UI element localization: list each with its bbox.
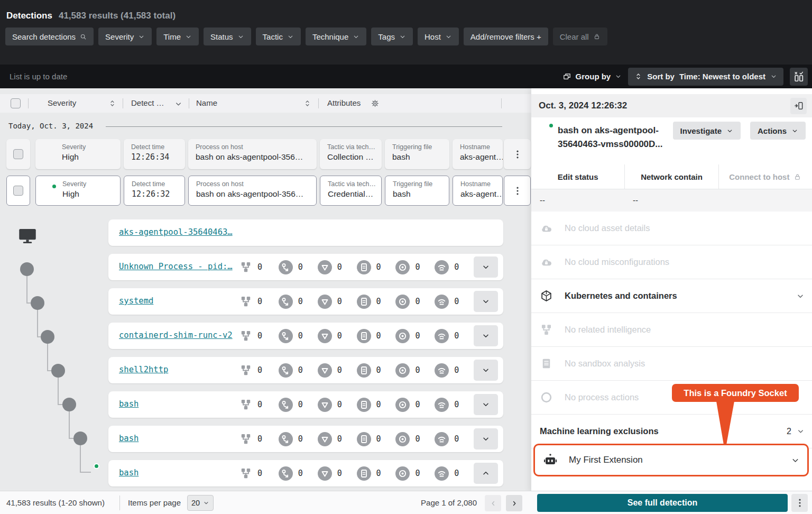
- bottom-menu-button[interactable]: [791, 494, 808, 512]
- detection-node-hexagon[interactable]: [84, 465, 98, 479]
- chevron-down-icon: [791, 127, 798, 134]
- row-menu-button[interactable]: [504, 176, 531, 206]
- expand-row-button[interactable]: [474, 291, 498, 312]
- filter-label: Host: [425, 32, 441, 41]
- process-node[interactable]: [20, 262, 34, 276]
- process-row[interactable]: systemd 0 0 0 0 0 0: [108, 288, 503, 315]
- column-name[interactable]: Name: [196, 98, 217, 107]
- triangle-icon: [318, 295, 332, 309]
- see-full-detection-button[interactable]: See full detection: [537, 494, 788, 512]
- foundry-extension-section[interactable]: My First Extension: [533, 444, 809, 476]
- host-row[interactable]: aks-agentpool-35640463…: [108, 219, 503, 246]
- count-value: 0: [376, 365, 381, 375]
- filter-status[interactable]: Status: [204, 27, 251, 45]
- gear-icon[interactable]: [371, 99, 380, 108]
- triggering-file-card[interactable]: Triggering file bash: [385, 176, 449, 206]
- process-row[interactable]: bash 0 0 0 0 0 0: [108, 391, 503, 418]
- attribute-strip: 0 0 0 0 0 0: [239, 394, 498, 415]
- column-detect[interactable]: Detect …: [131, 98, 164, 107]
- section-label: No process actions: [565, 392, 639, 402]
- document-icon: [357, 466, 371, 481]
- filter-technique[interactable]: Technique: [306, 27, 366, 45]
- process-link[interactable]: bash: [119, 434, 139, 443]
- filter-tactic[interactable]: Tactic: [256, 27, 301, 45]
- count-value: 0: [257, 262, 262, 272]
- network-icon: [435, 432, 449, 446]
- tab-connect-to-host[interactable]: Connect to host: [719, 164, 812, 189]
- previous-page-button[interactable]: [485, 495, 501, 511]
- add-remove-filters-button[interactable]: Add/remove filters +: [464, 27, 548, 45]
- section-label: No cloud asset details: [565, 223, 650, 233]
- section-kubernetes[interactable]: Kubernetes and containers: [531, 279, 812, 313]
- process-row[interactable]: containerd-shim-runc-v2 0 0 0 0 0 0: [108, 323, 503, 349]
- filter-time[interactable]: Time: [156, 27, 199, 45]
- row-menu-button[interactable]: [504, 139, 531, 169]
- process-link[interactable]: systemd: [119, 296, 153, 306]
- count-value: 0: [415, 400, 420, 409]
- group-by-button[interactable]: Group by: [562, 72, 622, 81]
- process-row[interactable]: bash 0 0 0 0 0 0: [108, 426, 503, 452]
- chevron-down-icon[interactable]: [797, 427, 805, 435]
- process-node[interactable]: [73, 432, 87, 445]
- collapse-row-button[interactable]: [474, 463, 498, 484]
- tactic-card[interactable]: Tactic via tech… Credential…: [320, 176, 382, 206]
- process-link[interactable]: Unknown Process - pid:…: [119, 262, 233, 271]
- chevron-down-icon[interactable]: [796, 292, 805, 300]
- filter-bar: Search detections Severity Time Status T…: [0, 21, 812, 45]
- process-link[interactable]: shell2http: [119, 365, 168, 374]
- filter-host[interactable]: Host: [418, 27, 459, 45]
- chevron-down-icon[interactable]: [174, 100, 182, 108]
- process-row[interactable]: bash 0 0 0 0 0 0: [108, 460, 503, 487]
- count-value: 0: [454, 262, 459, 272]
- count-value: 0: [298, 331, 303, 341]
- actions-button[interactable]: Actions: [750, 122, 806, 140]
- tab-network-contain[interactable]: Network contain: [625, 164, 718, 189]
- process-row[interactable]: shell2http 0 0 0 0 0 0: [108, 357, 503, 383]
- tactic-card[interactable]: Tactic via tech… Collection …: [320, 139, 382, 169]
- chevron-down-icon[interactable]: [791, 456, 800, 465]
- kebab-icon: [512, 186, 523, 196]
- hostname-card[interactable]: Hostname aks-agent…: [453, 176, 503, 206]
- process-on-host-card[interactable]: Process on host bash on aks-agentpool-35…: [188, 176, 317, 206]
- ml-exclusions-label: Machine learning exclusions: [540, 426, 659, 436]
- process-link[interactable]: bash: [119, 468, 139, 478]
- investigate-button[interactable]: Investigate: [673, 122, 741, 140]
- items-per-page-select[interactable]: 20: [187, 495, 214, 511]
- process-node[interactable]: [62, 398, 76, 411]
- triangle-icon: [318, 432, 332, 446]
- search-icon: [80, 33, 87, 40]
- process-link[interactable]: containerd-shim-runc-v2: [119, 331, 233, 340]
- tab-edit-status[interactable]: Edit status: [531, 164, 625, 189]
- sort-icon[interactable]: [108, 99, 116, 107]
- process-link[interactable]: bash: [119, 399, 139, 409]
- clear-all-button[interactable]: Clear all: [553, 27, 607, 45]
- expand-row-button[interactable]: [474, 360, 498, 381]
- next-page-button[interactable]: [506, 495, 522, 511]
- sort-icon[interactable]: [303, 99, 311, 107]
- host-link[interactable]: aks-agentpool-35640463…: [119, 227, 233, 237]
- process-node[interactable]: [41, 330, 54, 344]
- process-on-host-card[interactable]: Process on host bash on aks-agentpool-35…: [188, 139, 317, 169]
- chevron-down-icon: [482, 435, 490, 443]
- count-value: 0: [415, 434, 420, 444]
- expand-row-button[interactable]: [474, 256, 498, 278]
- sort-by-button[interactable]: Sort by Time: Newest to oldest: [628, 68, 783, 86]
- triggering-file-card[interactable]: Triggering file bash: [385, 139, 449, 169]
- process-node[interactable]: [51, 364, 65, 378]
- detect-time-card[interactable]: Detect time 12:26:32: [124, 176, 185, 206]
- column-attributes[interactable]: Attributes: [327, 98, 361, 107]
- filter-severity[interactable]: Severity: [98, 27, 152, 45]
- manage-columns-button[interactable]: [790, 68, 808, 86]
- expand-panel-button[interactable]: [790, 98, 807, 114]
- search-detections-button[interactable]: Search detections: [5, 27, 94, 45]
- detect-time-card[interactable]: Detect time 12:26:34: [124, 139, 185, 169]
- count-value: 0: [454, 434, 459, 444]
- expand-row-button[interactable]: [474, 325, 498, 346]
- hostname-card[interactable]: Hostname aks-agent…: [453, 139, 503, 169]
- results-summary: 41,583 results (41,583 total): [59, 11, 176, 21]
- process-node[interactable]: [31, 296, 44, 310]
- expand-row-button[interactable]: [474, 428, 498, 449]
- filter-tags[interactable]: Tags: [371, 27, 413, 45]
- expand-row-button[interactable]: [474, 394, 498, 415]
- process-row[interactable]: Unknown Process - pid:… 0 0 0 0 0 0: [108, 254, 503, 280]
